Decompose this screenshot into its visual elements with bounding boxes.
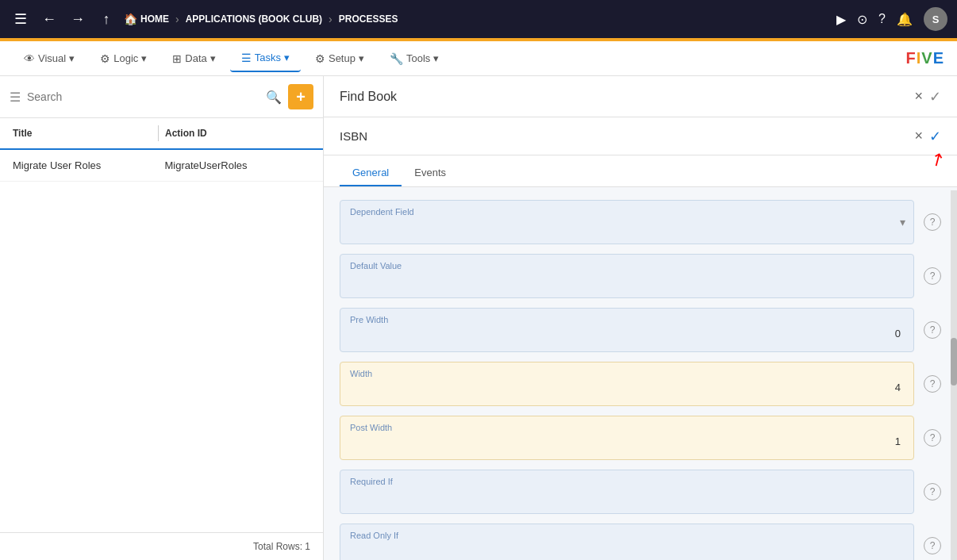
pre-width-label: Pre Width: [350, 315, 904, 324]
row-title: Migrate User Roles: [13, 159, 159, 171]
isbn-actions: × ✓: [914, 128, 941, 145]
column-title: Title: [13, 128, 158, 139]
width-help-icon[interactable]: ?: [924, 375, 941, 393]
width-container[interactable]: Width 4: [340, 362, 914, 406]
menu-icon[interactable]: ☰: [10, 10, 32, 28]
pre-width-help-icon[interactable]: ?: [924, 321, 941, 339]
table-row[interactable]: Migrate User Roles MigrateUserRoles: [0, 150, 323, 182]
tab-data-label: Data: [185, 52, 206, 64]
default-value-label: Default Value: [350, 261, 904, 270]
read-only-if-row: Read Only If ?: [340, 524, 941, 560]
tab-logic[interactable]: ⚙ Logic ▾: [89, 46, 158, 71]
processes-nav-item[interactable]: PROCESSES: [339, 13, 398, 25]
tabs-bar: General Events: [324, 155, 957, 187]
home-label: HOME: [140, 13, 169, 25]
back-icon[interactable]: ←: [38, 11, 60, 28]
search-icon[interactable]: 🔍: [266, 90, 282, 105]
required-if-label: Required If: [350, 477, 904, 486]
applications-nav-item[interactable]: APPLICATIONS (BOOK CLUB): [186, 13, 322, 25]
required-if-help-icon[interactable]: ?: [924, 483, 941, 501]
width-row: Width 4 ?: [340, 362, 941, 406]
up-icon[interactable]: ↑: [95, 11, 117, 28]
find-book-title: Find Book: [340, 90, 397, 104]
visual-icon: 👁: [24, 52, 35, 65]
dependent-field-label: Dependent Field: [350, 207, 904, 217]
data-icon: ⊞: [172, 52, 182, 65]
pre-width-row: Pre Width 0 ?: [340, 308, 941, 352]
right-panel: Find Book × ✓ ISBN × ✓ ↗ General Events: [324, 76, 957, 560]
tools-icon: 🔧: [390, 52, 403, 65]
read-only-if-help-icon[interactable]: ?: [924, 537, 941, 554]
scrollbar-track[interactable]: [951, 190, 957, 560]
find-book-close-icon[interactable]: ×: [914, 88, 923, 105]
record-icon[interactable]: ⊙: [857, 12, 867, 27]
five-logo: FIVE: [906, 49, 944, 67]
column-divider: [158, 125, 159, 141]
notification-icon[interactable]: 🔔: [897, 12, 913, 27]
tab-tasks[interactable]: ☰ Tasks ▾: [230, 45, 301, 72]
fields-area: Dependent Field ▾ ? Default Value ? Pre …: [324, 187, 957, 560]
find-book-panel: Find Book × ✓: [324, 76, 957, 117]
post-width-row: Post Width 1 ?: [340, 416, 941, 460]
default-value-row: Default Value ?: [340, 254, 941, 298]
isbn-panel: ISBN × ✓: [324, 117, 957, 155]
tab-general[interactable]: General: [340, 160, 402, 186]
logic-icon: ⚙: [100, 52, 110, 65]
top-navigation: ☰ ← → ↑ 🏠 HOME › APPLICATIONS (BOOK CLUB…: [0, 0, 957, 38]
tasks-icon: ☰: [241, 52, 252, 64]
table-header: Title Action ID: [0, 118, 323, 150]
tab-visual[interactable]: 👁 Visual ▾: [13, 46, 86, 71]
tab-tools-label: Tools: [406, 52, 430, 64]
dependent-field-container[interactable]: Dependent Field ▾: [340, 200, 914, 244]
read-only-if-label: Read Only If: [350, 531, 904, 540]
home-nav-item[interactable]: 🏠 HOME: [124, 13, 169, 25]
dependent-field-row: Dependent Field ▾ ?: [340, 200, 941, 244]
sidebar-search-bar: ☰ 🔍 +: [0, 76, 323, 118]
isbn-title: ISBN: [340, 129, 367, 143]
tab-tools[interactable]: 🔧 Tools ▾: [379, 46, 450, 71]
setup-icon: ⚙: [315, 52, 325, 65]
play-icon[interactable]: ▶: [836, 12, 846, 27]
pre-width-container[interactable]: Pre Width 0: [340, 308, 914, 352]
sidebar: ☰ 🔍 + Title Action ID Migrate User Roles…: [0, 76, 324, 560]
post-width-value: 1: [350, 435, 904, 447]
total-rows: Total Rows: 1: [0, 532, 323, 560]
filter-icon[interactable]: ☰: [10, 90, 21, 105]
isbn-close-icon[interactable]: ×: [914, 128, 923, 144]
tab-setup-label: Setup: [329, 52, 356, 64]
dependent-field-dropdown-icon: ▾: [900, 216, 905, 228]
read-only-if-container[interactable]: Read Only If: [340, 524, 914, 560]
help-icon[interactable]: ?: [878, 12, 886, 26]
column-action-id: Action ID: [165, 128, 310, 139]
scrollbar-thumb[interactable]: [951, 338, 957, 385]
post-width-help-icon[interactable]: ?: [924, 429, 941, 447]
default-value-help-icon[interactable]: ?: [924, 267, 941, 285]
forward-icon[interactable]: →: [67, 11, 89, 28]
avatar[interactable]: S: [924, 7, 947, 31]
search-input[interactable]: [27, 90, 259, 103]
add-button[interactable]: +: [288, 84, 313, 109]
find-book-check-icon[interactable]: ✓: [929, 88, 941, 105]
row-action-id: MigrateUserRoles: [159, 159, 311, 171]
post-width-container[interactable]: Post Width 1: [340, 416, 914, 460]
tab-tasks-label: Tasks: [255, 52, 281, 63]
nav-sep-2: ›: [329, 13, 332, 25]
post-width-label: Post Width: [350, 423, 904, 432]
width-value: 4: [350, 382, 904, 393]
tab-logic-label: Logic: [113, 52, 138, 64]
isbn-check-icon[interactable]: ✓: [929, 128, 941, 145]
tab-setup[interactable]: ⚙ Setup ▾: [304, 46, 375, 71]
required-if-row: Required If ?: [340, 470, 941, 514]
secondary-navigation: 👁 Visual ▾ ⚙ Logic ▾ ⊞ Data ▾ ☰ Tasks ▾ …: [0, 41, 957, 76]
width-label: Width: [350, 369, 904, 378]
default-value-container[interactable]: Default Value: [340, 254, 914, 298]
tab-events[interactable]: Events: [402, 160, 459, 186]
required-if-container[interactable]: Required If: [340, 470, 914, 514]
pre-width-value: 0: [350, 328, 904, 339]
dependent-field-help-icon[interactable]: ?: [924, 213, 941, 231]
nav-sep-1: ›: [175, 13, 179, 25]
tab-visual-label: Visual: [38, 52, 66, 64]
tab-data[interactable]: ⊞ Data ▾: [161, 46, 226, 71]
main-layout: ☰ 🔍 + Title Action ID Migrate User Roles…: [0, 76, 957, 560]
find-book-actions: × ✓: [914, 88, 941, 105]
